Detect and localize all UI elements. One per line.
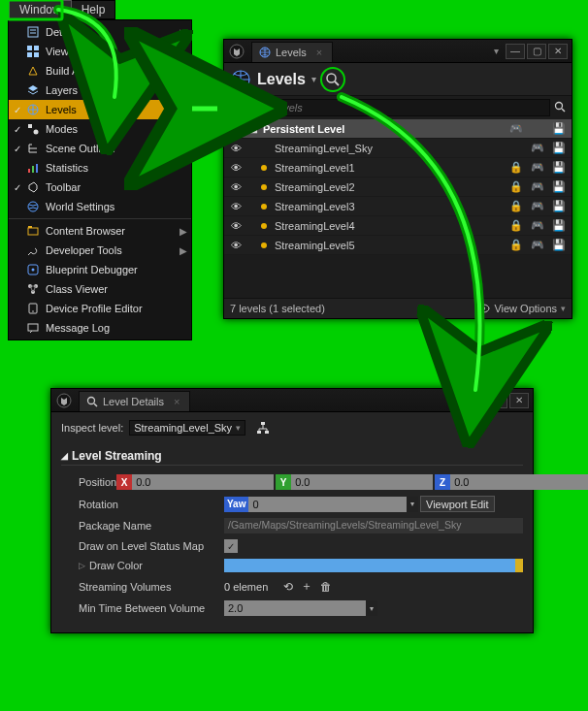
magnify-icon [85,395,99,408]
prop-draw-status-map: Draw on Level Status Map ✓ [61,536,523,556]
svg-point-17 [32,269,35,272]
level-details-button[interactable] [322,69,343,90]
gamepad-icon[interactable]: 🎮 [529,239,546,251]
window-menu-caret-icon[interactable]: ▾ [449,393,465,408]
menu-item-viewports[interactable]: Viewports▶ [9,42,191,61]
position-z-input[interactable] [450,476,588,488]
save-icon[interactable]: 💾 [550,161,568,174]
menu-item-developer-tools[interactable]: Developer Tools▶ [9,241,191,260]
menu-item-blueprint-debugger[interactable]: Blueprint Debugger [9,260,191,279]
visibility-icon[interactable]: 👁 [228,181,244,193]
menu-help[interactable]: Help [72,1,115,18]
trash-icon[interactable]: 🗑 [317,580,335,594]
level-row[interactable]: 👁StreamingLevel3🔒🎮💾 [224,197,572,216]
levels-panel: Levels × ▾ — ▢ ✕ Levels ▾ 👁◢Persistent L… [223,39,572,319]
visibility-icon[interactable]: 👁 [228,162,244,174]
menu-item-world-settings[interactable]: World Settings [9,197,191,216]
svg-rect-23 [28,324,38,331]
bp-icon [24,262,42,277]
maximize-button[interactable]: ▢ [527,44,546,59]
save-icon[interactable]: 💾 [550,180,568,193]
rotation-yaw-input[interactable] [248,499,407,510]
close-window-button[interactable]: ✕ [548,44,568,59]
menu-item-levels[interactable]: ✓Levels [9,100,191,119]
level-row[interactable]: 👁◢Persistent Level🎮💾 [224,119,572,139]
position-y-input[interactable] [291,476,433,488]
reset-icon[interactable]: ⟲ [280,580,296,594]
svg-point-29 [556,102,563,109]
prop-draw-color: ▷Draw Color [61,556,523,575]
window-menu-caret-icon[interactable]: ▾ [488,44,504,59]
gamepad-icon[interactable]: 🎮 [529,180,546,193]
section-header[interactable]: ◢ Level Streaming [61,449,523,466]
lock-icon[interactable]: 🔒 [507,161,525,174]
save-icon[interactable]: 💾 [550,219,568,232]
svg-rect-6 [34,52,39,57]
menu-item-toolbar[interactable]: ✓Toolbar [9,178,191,197]
level-row[interactable]: 👁StreamingLevel_Sky🎮💾 [224,139,572,158]
minimize-button[interactable]: — [467,393,486,408]
menu-item-details[interactable]: Details▶ [9,22,191,42]
close-tab-icon[interactable]: × [316,47,322,58]
check-icon: ✓ [11,182,24,193]
modified-dot-icon [261,223,267,229]
menu-item-statistics[interactable]: Statistics [9,158,191,178]
level-row[interactable]: 👁StreamingLevel2🔒🎮💾 [224,178,572,197]
menu-item-content-browser[interactable]: Content Browser▶ [9,221,191,241]
menu-window[interactable]: Window [9,0,72,19]
visibility-icon[interactable]: 👁 [228,143,244,154]
spin-icon[interactable]: ▾ [407,497,418,512]
submenu-icon: ▶ [180,47,187,57]
gamepad-icon[interactable]: 🎮 [529,142,546,154]
visibility-icon[interactable]: 👁 [228,123,244,135]
lock-icon[interactable]: 🔒 [507,239,525,251]
submenu-icon: ▶ [180,27,187,38]
menu-item-build-and-submit[interactable]: Build And Submit [9,61,191,81]
details-tab[interactable]: Level Details × [79,391,190,411]
level-row[interactable]: 👁StreamingLevel1🔒🎮💾 [224,158,572,178]
visibility-icon[interactable]: 👁 [228,220,244,232]
level-row[interactable]: 👁StreamingLevel4🔒🎮💾 [224,216,572,236]
gamepad-icon[interactable]: 🎮 [529,219,546,232]
gamepad-icon[interactable]: 🎮 [529,200,546,212]
lock-icon[interactable]: 🔒 [507,200,525,212]
menu-item-scene-outliner[interactable]: ✓Scene Outliner [9,139,191,158]
visibility-icon[interactable]: 👁 [228,201,244,212]
search-input[interactable] [230,99,550,116]
menu-item-device-profile-editor[interactable]: Device Profile Editor [9,299,191,318]
menu-item-modes[interactable]: ✓Modes [9,119,191,139]
save-icon[interactable]: 💾 [550,142,568,154]
viewport-edit-button[interactable]: Viewport Edit [420,496,495,512]
maximize-button[interactable]: ▢ [488,393,507,408]
close-tab-icon[interactable]: × [174,396,180,407]
save-icon[interactable]: 💾 [550,122,568,135]
minimize-button[interactable]: — [506,44,525,59]
stats-icon [24,160,42,176]
lock-icon[interactable]: 🔒 [507,219,525,232]
levels-tab[interactable]: Levels × [251,42,333,62]
draw-status-checkbox[interactable]: ✓ [224,539,238,553]
inspect-level-combo[interactable]: StreamingLevel_Sky ▾ [129,420,245,436]
lock-icon[interactable]: 🔒 [507,180,525,193]
menu-item-layers[interactable]: Layers [9,81,191,100]
menu-item-message-log[interactable]: Message Log [9,318,191,338]
levels-dropdown-icon[interactable]: ▾ [311,74,316,84]
draw-color-swatch[interactable] [224,559,523,572]
expand-icon[interactable]: ◢ [247,124,259,134]
save-icon[interactable]: 💾 [550,239,568,251]
search-icon[interactable] [554,101,566,115]
hierarchy-icon[interactable] [255,420,271,436]
view-options-button[interactable]: View Options ▾ [476,303,566,314]
spin-icon[interactable]: ▾ [366,600,377,616]
visibility-icon[interactable]: 👁 [228,240,244,251]
save-icon[interactable]: 💾 [550,200,568,212]
close-window-button[interactable]: ✕ [509,393,529,408]
position-x-input[interactable] [132,476,274,488]
min-time-input[interactable] [224,602,366,614]
menu-item-class-viewer[interactable]: Class Viewer [9,279,191,299]
add-icon[interactable]: ＋ [298,578,315,595]
gamepad-icon[interactable]: 🎮 [507,122,525,135]
gamepad-icon[interactable]: 🎮 [529,161,546,174]
level-row[interactable]: 👁StreamingLevel5🔒🎮💾 [224,236,572,255]
levels-list-empty [224,255,572,298]
